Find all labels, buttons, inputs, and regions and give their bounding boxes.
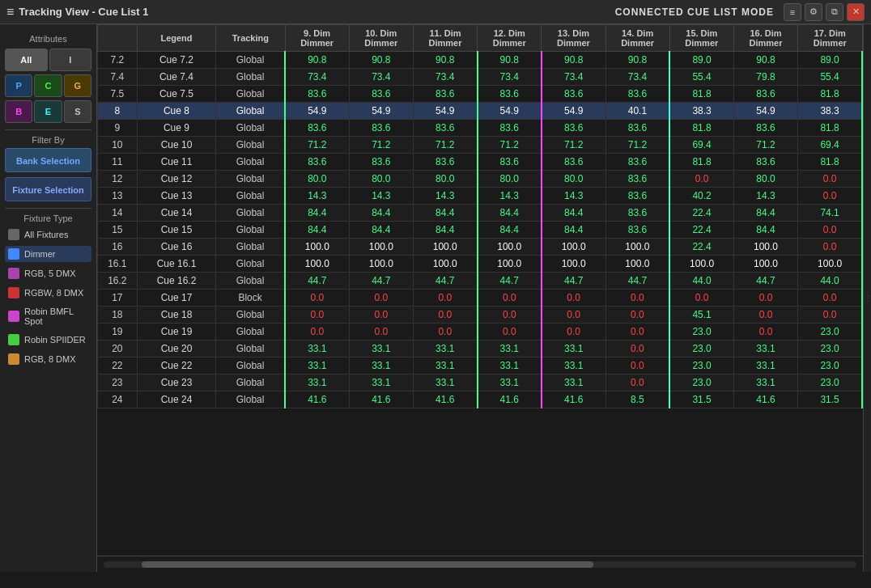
table-row[interactable]: 12Cue 12Global80.080.080.080.080.083.60.…: [98, 171, 863, 188]
attr-s-button[interactable]: S: [64, 100, 91, 123]
cell-value: 84.4: [542, 222, 605, 239]
fixture-rgb5-label: RGB, 5 DMX: [24, 269, 76, 278]
cell-legend: Cue 8: [137, 103, 215, 120]
fixture-rgb5[interactable]: RGB, 5 DMX: [5, 265, 91, 281]
cell-value: 84.4: [542, 205, 605, 222]
cell-value: 14.3: [478, 188, 542, 205]
cell-value: 45.1: [669, 307, 733, 324]
scroll-thumb[interactable]: [142, 561, 593, 568]
attr-row-pcg: P C G: [5, 74, 91, 97]
cell-value: 89.0: [798, 52, 862, 69]
cell-num: 24: [98, 391, 138, 408]
attr-e-button[interactable]: E: [34, 100, 62, 123]
table-row[interactable]: 20Cue 20Global33.133.133.133.133.10.023.…: [98, 341, 863, 357]
table-row[interactable]: 24Cue 24Global41.641.641.641.641.68.531.…: [98, 391, 863, 408]
fixture-rgbw8[interactable]: RGBW, 8 DMX: [5, 285, 91, 301]
bank-selection-button[interactable]: Bank Selection: [5, 148, 91, 172]
col-header-dim9: 9. DimDimmer: [285, 25, 349, 52]
cell-value: 55.4: [669, 69, 733, 86]
cell-value: 0.0: [542, 307, 605, 324]
table-row[interactable]: 16Cue 16Global100.0100.0100.0100.0100.01…: [98, 239, 863, 256]
cell-value: 33.1: [349, 374, 413, 391]
cell-value: 100.0: [478, 239, 542, 256]
fixture-all-fixtures[interactable]: All Fixtures: [5, 226, 91, 243]
table-row[interactable]: 10Cue 10Global71.271.271.271.271.271.269…: [98, 137, 863, 154]
scroll-track[interactable]: [104, 561, 856, 568]
attr-p-button[interactable]: P: [5, 74, 32, 97]
cell-value: 0.0: [349, 324, 413, 341]
fixture-robin-bmfl[interactable]: Robin BMFL Spot: [5, 304, 91, 328]
cue-table: Legend Tracking 9. DimDimmer 10. DimDimm…: [97, 24, 863, 408]
table-row[interactable]: 8Cue 8Global54.954.954.954.954.940.138.3…: [98, 103, 863, 120]
restore-button[interactable]: ⧉: [826, 3, 843, 21]
table-row[interactable]: 14Cue 14Global84.484.484.484.484.483.622…: [98, 205, 863, 222]
attr-g-button[interactable]: G: [64, 74, 91, 97]
cell-value: 100.0: [349, 256, 413, 273]
cell-value: 73.4: [285, 69, 349, 86]
cell-value: 81.8: [669, 86, 733, 103]
table-row[interactable]: 13Cue 13Global14.314.314.314.314.383.640…: [98, 188, 863, 205]
attr-i-button[interactable]: I: [49, 49, 92, 71]
cell-legend: Cue 14: [137, 205, 215, 222]
table-row[interactable]: 15Cue 15Global84.484.484.484.484.483.622…: [98, 222, 863, 239]
table-row[interactable]: 9Cue 9Global83.683.683.683.683.683.681.8…: [98, 120, 863, 137]
fixture-rgbw8-label: RGBW, 8 DMX: [24, 288, 83, 298]
cell-value: 84.4: [285, 205, 349, 222]
settings2-button[interactable]: ≡: [784, 3, 801, 21]
attr-b-button[interactable]: B: [5, 100, 32, 123]
cell-value: 73.4: [605, 69, 669, 86]
cell-num: 19: [98, 324, 138, 341]
cell-num: 22: [98, 357, 138, 374]
table-row[interactable]: 7.5Cue 7.5Global83.683.683.683.683.683.6…: [98, 86, 863, 103]
close-button[interactable]: ✕: [847, 3, 865, 21]
col-header-dim12: 12. DimDimmer: [478, 25, 542, 52]
scroll-handle[interactable]: [97, 556, 863, 572]
resize-handle-right[interactable]: ⋮: [863, 24, 871, 572]
sidebar: Attributes All I P C G B E S Filter By B…: [0, 24, 97, 572]
table-row[interactable]: 11Cue 11Global83.683.683.683.683.683.681…: [98, 154, 863, 171]
attr-c-button[interactable]: C: [34, 74, 62, 97]
cell-num: 12: [98, 171, 138, 188]
cell-value: 83.6: [349, 120, 413, 137]
cell-value: 100.0: [733, 256, 797, 273]
cell-value: 81.8: [798, 120, 862, 137]
table-row[interactable]: 18Cue 18Global0.00.00.00.00.00.045.10.00…: [98, 307, 863, 324]
cell-value: 71.2: [605, 137, 669, 154]
table-row[interactable]: 16.1Cue 16.1Global100.0100.0100.0100.010…: [98, 256, 863, 273]
cell-value: 83.6: [733, 120, 797, 137]
table-row[interactable]: 16.2Cue 16.2Global44.744.744.744.744.744…: [98, 273, 863, 290]
fixture-robin-spiider[interactable]: Robin SPIIDER: [5, 332, 91, 348]
fixture-dimmer[interactable]: Dimmer: [5, 246, 91, 262]
cell-value: 73.4: [542, 69, 605, 86]
cell-value: 83.6: [413, 154, 477, 171]
cell-value: 71.2: [413, 137, 477, 154]
cell-value: 69.4: [798, 137, 862, 154]
table-row[interactable]: 19Cue 19Global0.00.00.00.00.00.023.00.02…: [98, 324, 863, 341]
cell-num: 16.1: [98, 256, 138, 273]
cell-value: 81.8: [669, 120, 733, 137]
fixture-dot-rgb8: [8, 353, 19, 365]
cell-tracking: Global: [216, 154, 285, 171]
settings3-button[interactable]: ⚙: [805, 3, 822, 21]
title-bar-left: ≡ Tracking View - Cue List 1: [6, 5, 149, 19]
cell-value: 80.0: [349, 171, 413, 188]
table-row[interactable]: 7.4Cue 7.4Global73.473.473.473.473.473.4…: [98, 69, 863, 86]
cell-value: 84.4: [478, 222, 542, 239]
fixture-rgb8[interactable]: RGB, 8 DMX: [5, 351, 91, 367]
table-row[interactable]: 7.2Cue 7.2Global90.890.890.890.890.890.8…: [98, 52, 863, 69]
table-row[interactable]: 22Cue 22Global33.133.133.133.133.10.023.…: [98, 357, 863, 374]
table-row[interactable]: 23Cue 23Global33.133.133.133.133.10.023.…: [98, 374, 863, 391]
cell-value: 54.9: [413, 103, 477, 120]
table-row[interactable]: 17Cue 17Block0.00.00.00.00.00.00.00.00.0: [98, 290, 863, 307]
cell-legend: Cue 9: [137, 120, 215, 137]
cell-value: 44.7: [478, 273, 542, 290]
cell-tracking: Global: [216, 307, 285, 324]
cell-value: 79.8: [733, 69, 797, 86]
app-menu-icon[interactable]: ≡: [6, 5, 14, 19]
fixture-selection-button[interactable]: Fixture Selection: [5, 177, 91, 201]
attr-all-button[interactable]: All: [5, 49, 48, 71]
fixture-dot-all: [8, 229, 19, 240]
cell-value: 73.4: [413, 69, 477, 86]
cell-value: 83.6: [542, 120, 605, 137]
table-wrapper[interactable]: Legend Tracking 9. DimDimmer 10. DimDimm…: [97, 24, 863, 556]
